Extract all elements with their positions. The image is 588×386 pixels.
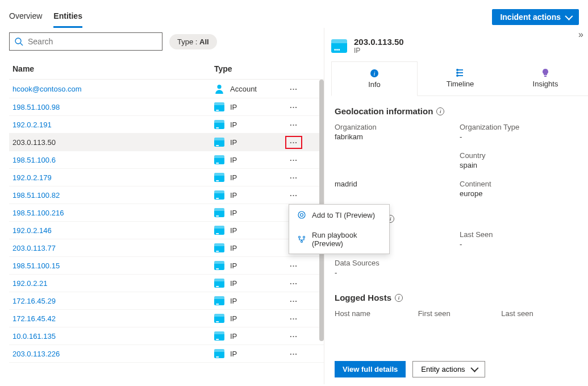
tab-overview[interactable]: Overview — [9, 9, 42, 28]
type-filter-pill[interactable]: Type : All — [169, 34, 217, 49]
row-more-button[interactable]: ··· — [290, 85, 298, 93]
row-more-button[interactable]: ··· — [290, 156, 298, 164]
ip-icon — [331, 39, 347, 53]
org-value: fabrikam — [335, 132, 460, 141]
entity-link[interactable]: 172.16.45.42 — [12, 314, 214, 323]
geo-heading: Geolocation information i — [335, 106, 585, 116]
data-sources-label: Data Sources — [335, 259, 460, 267]
entity-type: IP — [214, 138, 282, 147]
ip-icon — [214, 173, 224, 182]
entity-link[interactable]: hcook@contoso.com — [12, 85, 214, 93]
table-row[interactable]: 10.0.161.135IP··· — [9, 327, 324, 345]
row-more-button[interactable]: ··· — [290, 350, 298, 358]
entity-header: 203.0.113.50 IP — [331, 28, 588, 61]
entity-link[interactable]: 192.0.2.21 — [12, 279, 214, 288]
table-row[interactable]: hcook@contoso.comAccount··· — [9, 80, 324, 98]
table-row[interactable]: 203.0.113.226IP··· — [9, 345, 324, 363]
country-value: spain — [460, 161, 585, 169]
row-context-menu: Add to TI (Preview) Run playbook (Previe… — [289, 204, 390, 254]
entity-type: IP — [214, 155, 282, 164]
ip-icon — [214, 138, 224, 147]
entity-link[interactable]: 192.0.2.179 — [12, 173, 214, 182]
entity-link[interactable]: 198.51.100.6 — [12, 156, 214, 164]
search-input-wrapper[interactable] — [9, 32, 162, 51]
entity-type: IP — [214, 102, 282, 111]
entity-link[interactable]: 172.16.45.29 — [12, 297, 214, 305]
svg-point-4 — [301, 214, 303, 217]
row-more-button[interactable]: ··· — [290, 262, 298, 270]
orgtype-label: Organization Type — [460, 123, 585, 131]
table-row[interactable]: 198.51.100.82IP··· — [9, 186, 324, 204]
entity-link[interactable]: 203.0.113.50 — [12, 138, 214, 147]
table-row[interactable]: 203.0.113.50IP··· — [9, 134, 324, 151]
info-circle-icon[interactable]: i — [395, 294, 403, 302]
detail-tab-timeline[interactable]: Timeline — [418, 61, 503, 96]
table-row[interactable]: 192.0.2.21IP··· — [9, 275, 324, 292]
table-row[interactable]: 172.16.45.29IP··· — [9, 292, 324, 310]
entity-type: IP — [214, 331, 282, 341]
menu-add-to-ti[interactable]: Add to TI (Preview) — [289, 205, 389, 225]
entity-type: IP — [214, 243, 282, 252]
info-icon: i — [370, 69, 379, 78]
entity-link[interactable]: 198.51.100.15 — [12, 262, 214, 270]
table-row[interactable]: 198.51.100.15IP··· — [9, 257, 324, 275]
org-label: Organization — [335, 123, 460, 131]
incident-actions-button[interactable]: Incident actions — [492, 9, 579, 25]
column-type[interactable]: Type — [214, 64, 282, 73]
entity-link[interactable]: 203.0.113.77 — [12, 244, 214, 252]
row-more-button[interactable]: ··· — [290, 279, 298, 288]
entity-link[interactable]: 192.0.2.146 — [12, 226, 214, 235]
row-more-button[interactable]: ··· — [290, 332, 298, 341]
table-row[interactable]: 198.51.100.216IP··· — [9, 204, 324, 222]
ip-icon — [214, 314, 224, 323]
ip-icon — [214, 190, 224, 200]
svg-point-13 — [457, 69, 458, 70]
entity-link[interactable]: 198.51.100.82 — [12, 191, 214, 200]
hosts-columns: Host name First seen Last seen — [335, 309, 585, 318]
table-row[interactable]: 198.51.100.98IP··· — [9, 98, 324, 116]
entity-link[interactable]: 198.51.100.98 — [12, 103, 214, 111]
entity-type: IP — [214, 208, 282, 217]
tab-entities[interactable]: Entities — [53, 9, 82, 28]
search-input[interactable] — [28, 37, 157, 46]
entity-link[interactable]: 198.51.100.216 — [12, 209, 214, 217]
row-more-button[interactable]: ··· — [285, 136, 302, 149]
entity-type: Account — [214, 84, 282, 94]
info-circle-icon[interactable]: i — [436, 107, 444, 115]
entity-link[interactable]: 10.0.161.135 — [12, 332, 214, 341]
table-header: Name Type — [9, 59, 324, 80]
entity-type: IP — [214, 173, 282, 182]
table-row[interactable]: 203.0.113.77IP··· — [9, 239, 324, 257]
row-more-button[interactable]: ··· — [290, 121, 298, 129]
row-more-button[interactable]: ··· — [290, 103, 298, 111]
detail-tab-info[interactable]: i Info — [331, 61, 418, 96]
row-more-button[interactable]: ··· — [290, 314, 298, 323]
menu-run-playbook[interactable]: Run playbook (Preview) — [289, 225, 389, 254]
svg-text:i: i — [373, 70, 375, 77]
column-name[interactable]: Name — [12, 64, 214, 73]
table-row[interactable]: 198.51.100.6IP··· — [9, 151, 324, 169]
table-row[interactable]: 172.16.45.42IP··· — [9, 310, 324, 327]
orgtype-value: - — [460, 132, 585, 141]
row-more-button[interactable]: ··· — [290, 173, 298, 182]
entity-link[interactable]: 203.0.113.226 — [12, 350, 214, 358]
continent-value: europe — [460, 189, 585, 198]
table-row[interactable]: 192.0.2.179IP··· — [9, 169, 324, 186]
svg-rect-16 — [544, 76, 547, 77]
entity-type: IP — [214, 190, 282, 200]
entity-link[interactable]: 192.0.2.191 — [12, 121, 214, 129]
table-row[interactable]: 192.0.2.191IP··· — [9, 116, 324, 134]
svg-point-5 — [299, 236, 301, 238]
row-more-button[interactable]: ··· — [290, 191, 298, 200]
view-full-details-button[interactable]: View full details — [335, 361, 406, 377]
entity-actions-button[interactable]: Entity actions — [412, 361, 485, 377]
row-more-button[interactable]: ··· — [290, 297, 298, 305]
table-row[interactable]: 192.0.2.146IP··· — [9, 222, 324, 239]
detail-tabs: i Info Timeline Insights — [331, 61, 588, 96]
last-seen-value: - — [460, 240, 585, 248]
svg-point-0 — [15, 38, 21, 44]
detail-tab-insights[interactable]: Insights — [503, 61, 588, 96]
ip-icon — [214, 261, 224, 270]
expand-panel-icon[interactable]: » — [578, 30, 583, 40]
svg-point-2 — [217, 85, 221, 89]
